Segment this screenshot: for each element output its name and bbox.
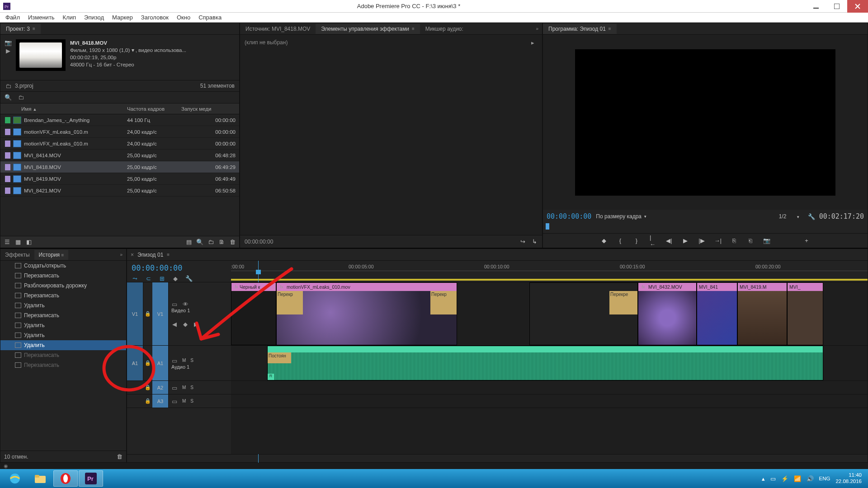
panel-menu-icon[interactable]: ≡ — [609, 26, 611, 31]
history-item[interactable]: Перезаписать — [0, 360, 126, 370]
history-item[interactable]: Перезаписать — [0, 310, 126, 320]
clip-mvi-4[interactable]: MVI_ — [787, 282, 823, 345]
effect-controls-tab[interactable]: Элементы управления эффектами ≡ — [316, 24, 420, 34]
menu-help[interactable]: Справка — [198, 14, 222, 21]
keyframe-next-icon[interactable]: ▶ — [193, 321, 199, 328]
timeline-timecode[interactable]: 00:00:00:00 — [132, 263, 226, 272]
panel-menu-icon[interactable]: ≡ — [61, 253, 64, 258]
filter-bin-icon[interactable]: 🗀 — [18, 94, 24, 101]
panel-menu-icon[interactable]: ≡ — [33, 26, 35, 31]
search-icon[interactable]: 🔍 — [5, 94, 11, 101]
timeline-ruler[interactable]: :00:0000:00:05:0000:00:10:0000:00:15:000… — [231, 261, 868, 282]
bin-icon[interactable]: 🗀 — [5, 83, 11, 89]
transition-constant-power[interactable]: Постоян — [268, 352, 291, 363]
insert-icon[interactable]: ↪ — [519, 239, 526, 245]
toggle-output-icon[interactable]: ▭ — [171, 358, 178, 364]
program-canvas[interactable] — [543, 35, 868, 210]
clip-black-video[interactable]: fxЧерный к — [231, 282, 276, 345]
trash-icon[interactable]: 🗑 — [116, 454, 123, 460]
label-swatch[interactable] — [5, 176, 10, 182]
lift-icon[interactable]: ⎘ — [731, 238, 737, 244]
bracket-out-icon[interactable]: } — [633, 238, 640, 244]
project-row[interactable]: Brendan_James_-_Anything 44 100 Гц 00:00… — [0, 114, 239, 126]
track-target-v1[interactable]: V1 — [152, 282, 169, 345]
expand-icon[interactable]: ▸ — [529, 39, 536, 46]
label-swatch[interactable] — [5, 117, 10, 123]
menu-edit[interactable]: Изменить — [28, 14, 55, 21]
taskbar-explorer[interactable] — [28, 470, 52, 487]
label-swatch[interactable] — [5, 164, 10, 170]
wrench-icon[interactable]: 🔧 — [808, 213, 815, 220]
menu-file[interactable]: Файл — [5, 14, 20, 21]
history-item[interactable]: Разблокировать дорожку — [0, 281, 126, 291]
track-target-a3[interactable]: A3 — [152, 394, 169, 408]
history-item[interactable]: Создать/открыть — [0, 261, 126, 271]
go-to-out-icon[interactable]: →| — [715, 238, 721, 244]
lock-icon[interactable]: 🔒 — [143, 282, 152, 345]
track-target-a2[interactable]: A2 — [152, 381, 169, 394]
track-lane-v1[interactable]: fxЧерный к fxmotionVFX_mLeaks_010.mov Пе… — [231, 282, 868, 346]
bracket-in-icon[interactable]: { — [617, 238, 623, 244]
track-lane-a3[interactable] — [231, 394, 868, 408]
sort-asc-icon[interactable]: ▲ — [33, 107, 37, 112]
clip-gap[interactable]: Перекре — [529, 282, 638, 345]
history-item[interactable]: Удалить — [0, 330, 126, 340]
track-target-a1[interactable]: A1 — [152, 346, 169, 380]
source-tab[interactable]: Источник: MVI_8418.MOV — [240, 24, 316, 34]
project-tab[interactable]: Проект: 3≡ — [0, 24, 41, 34]
toggle-output-icon[interactable]: ▭ — [171, 385, 178, 391]
panel-menu-icon[interactable]: ≡ — [412, 26, 415, 31]
program-fit-dropdown[interactable]: По размеру кадра ▾ — [596, 213, 646, 220]
export-frame-icon[interactable]: 📷 — [764, 238, 770, 244]
track-source-a1[interactable]: A1 — [127, 346, 143, 380]
sequence-tab[interactable]: Эпизод 01 — [137, 252, 163, 258]
toggle-output-icon[interactable]: ▭ — [171, 399, 178, 405]
taskbar-opera[interactable] — [53, 470, 78, 487]
audio-mixer-tab[interactable]: Микшер аудио: — [420, 24, 469, 34]
marker-icon[interactable]: ◆ — [172, 275, 179, 282]
step-back-icon[interactable]: ◀| — [666, 238, 672, 244]
transition-crossdissolve[interactable]: Перекр — [430, 291, 457, 314]
mark-in-icon[interactable]: ◆ — [601, 238, 607, 244]
clip-mvi-8432[interactable]: fxMVI_8432.MOV — [638, 282, 697, 345]
clip-motionvfx[interactable]: fxmotionVFX_mLeaks_010.mov Перекр Перекр — [276, 282, 457, 345]
snap-icon[interactable]: ⤳ — [132, 275, 138, 282]
history-item[interactable]: Удалить — [0, 300, 126, 310]
program-timecode-left[interactable]: 00:00:00:00 — [547, 212, 591, 221]
track-header-a3[interactable]: 🔒 A3 ▭MS — [127, 394, 231, 408]
menu-window[interactable]: Окно — [177, 14, 190, 21]
history-item[interactable]: Удалить — [0, 340, 126, 350]
go-to-in-icon[interactable]: |← — [650, 238, 656, 244]
keyframe-prev-icon[interactable]: ◀ — [171, 321, 178, 328]
history-item[interactable]: Перезаписать — [0, 271, 126, 281]
marker-add-icon[interactable]: ⊞ — [159, 275, 165, 282]
history-tab[interactable]: История ≡ — [34, 250, 69, 260]
step-fwd-icon[interactable]: |▶ — [698, 238, 705, 244]
lock-icon[interactable]: 🔒 — [143, 346, 152, 380]
close-tab-icon[interactable]: × — [127, 252, 137, 258]
clip-thumbnail[interactable] — [16, 39, 66, 71]
clip-mvi-2[interactable]: MVI_841 — [697, 282, 737, 345]
menu-title[interactable]: Заголовок — [141, 14, 169, 21]
icon-view-icon[interactable]: ▦ — [15, 239, 21, 245]
program-scrubber[interactable] — [546, 223, 865, 231]
play-icon[interactable]: ▶ — [5, 47, 11, 54]
project-row[interactable]: MVI_8414.MOV 25,00 кадр/с 06:48:28 — [0, 150, 239, 161]
window-minimize-button[interactable] — [806, 0, 826, 13]
clip-audio[interactable]: Постоян R — [267, 346, 823, 380]
find-icon[interactable]: 🔍 — [197, 239, 203, 245]
new-bin-icon[interactable]: 🗀 — [208, 239, 214, 245]
history-item[interactable]: Перезаписать — [0, 350, 126, 360]
add-button-icon[interactable]: + — [803, 238, 810, 244]
track-header-v1[interactable]: V1 🔒 V1 ▭👁 Видео 1 ◀◆▶ — [127, 282, 231, 346]
program-tab[interactable]: Программа: Эпизод 01 ≡ — [543, 24, 617, 34]
project-row[interactable]: MVI_8418.MOV 25,00 кадр/с 06:49:29 — [0, 161, 239, 173]
track-lane-a1[interactable]: Постоян R — [231, 346, 868, 381]
new-item-icon[interactable]: 🗎 — [218, 239, 225, 245]
track-header-a2[interactable]: 🔒 A2 ▭MS — [127, 381, 231, 394]
window-close-button[interactable] — [847, 0, 868, 13]
tray-network-icon[interactable]: 📶 — [794, 475, 801, 482]
trash-icon[interactable]: 🗑 — [229, 239, 236, 245]
tray-power-icon[interactable]: ⚡ — [781, 475, 788, 482]
transition-crossdissolve[interactable]: Перекре — [609, 291, 637, 314]
